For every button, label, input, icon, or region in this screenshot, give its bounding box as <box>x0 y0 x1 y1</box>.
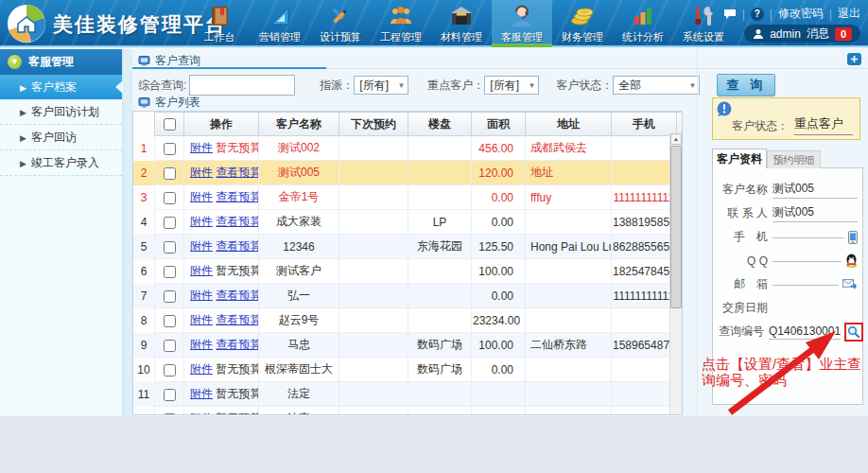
nav-item-4[interactable]: 工程管理 <box>371 0 431 47</box>
sidebar-item-1[interactable]: ▶客户档案 <box>0 75 122 99</box>
attachment-link[interactable]: 附件 <box>190 313 213 326</box>
row-checkbox[interactable] <box>164 217 176 229</box>
qq-icon[interactable] <box>845 254 858 268</box>
collapse-panel-icon[interactable] <box>847 53 861 65</box>
table-row[interactable]: 6附件 暂无预算测试客户100.0018254784512 <box>133 259 683 284</box>
panel-tab-1[interactable]: 客户资料 <box>712 149 767 168</box>
sidebar-item-2[interactable]: ▶客户回访计划 <box>0 99 122 125</box>
attachment-link[interactable]: 附件 <box>190 362 213 376</box>
message-bubble-icon[interactable] <box>723 9 737 20</box>
nav-item-label: 营销管理 <box>259 30 301 44</box>
phone-cell: 11111111111 <box>612 284 677 308</box>
view-budget-link[interactable]: 查看预算 <box>216 239 258 253</box>
attachment-link[interactable]: 附件 <box>190 190 213 203</box>
building-cell: 东海花园 <box>408 235 472 259</box>
table-row[interactable]: 11附件 暂无预算法定 <box>133 382 683 407</box>
tab-customer-query[interactable]: 客户查询 <box>138 53 200 69</box>
sidebar-title[interactable]: ▼ 客服管理 <box>0 49 122 75</box>
nav-item-2[interactable]: 营销管理 <box>250 0 310 47</box>
customer-name-cell: 弘一 <box>259 284 339 308</box>
area-cell: 120.00 <box>472 161 526 185</box>
assign-select[interactable]: [所有]▼ <box>354 76 408 95</box>
nav-item-6[interactable]: 客服管理 <box>492 0 552 47</box>
scroll-up-icon[interactable]: ▲ <box>670 133 682 145</box>
vip-select[interactable]: [所有]▼ <box>484 76 539 95</box>
column-header: 楼盘 <box>408 113 472 136</box>
table-row[interactable]: 4附件 查看预算成大家装LP0.0013881958587管理员 <box>133 210 683 235</box>
building-cell <box>408 136 472 161</box>
customer-name-cell: 赵云9号 <box>259 308 339 333</box>
row-checkbox[interactable] <box>164 290 176 303</box>
magnifier-icon[interactable] <box>844 323 863 342</box>
attachment-link[interactable]: 附件 <box>190 239 213 253</box>
attachment-link[interactable]: 附件 <box>190 141 213 154</box>
address-cell: 二仙桥东路 <box>526 333 612 358</box>
attachment-link[interactable]: 附件 <box>190 215 213 228</box>
row-checkbox[interactable] <box>164 389 176 401</box>
view-budget-link[interactable]: 查看预算 <box>216 215 258 228</box>
field-value: 测试005 <box>773 181 858 199</box>
bottom-bar <box>0 416 868 473</box>
nav-item-3[interactable]: 设计预算 <box>310 0 371 47</box>
sidebar-splitter[interactable] <box>123 49 132 416</box>
table-row[interactable]: 2附件 查看预算测试005120.00地址管理员 <box>133 161 683 185</box>
nav-item-8[interactable]: 统计分析 <box>613 0 673 47</box>
panel-tab-2[interactable]: 预约明细 <box>767 150 821 168</box>
attachment-link[interactable]: 附件 <box>190 338 213 351</box>
attachment-link[interactable]: 附件 <box>190 264 213 277</box>
row-checkbox[interactable] <box>164 315 176 327</box>
help-icon[interactable]: ? <box>751 8 764 21</box>
address-cell <box>526 308 612 333</box>
row-checkbox[interactable] <box>164 192 176 204</box>
phone-cell <box>612 308 677 333</box>
arrow-right-icon: ▶ <box>20 108 26 117</box>
view-budget-link[interactable]: 查看预算 <box>216 190 258 203</box>
change-password-link[interactable]: 修改密码 <box>778 6 824 22</box>
row-checkbox[interactable] <box>164 364 176 377</box>
select-all-checkbox[interactable] <box>164 118 176 131</box>
search-button[interactable]: 查 询 <box>717 74 775 96</box>
table-row[interactable]: 10附件 暂无预算根深蒂固士大数码广场0.00张老师 <box>133 358 683 382</box>
logout-link[interactable]: 退出 <box>838 6 860 22</box>
attachment-link[interactable]: 附件 <box>190 412 213 415</box>
address-cell <box>526 358 612 382</box>
mail-icon[interactable] <box>842 278 858 290</box>
attachment-link[interactable]: 附件 <box>190 166 213 179</box>
messages-link[interactable]: 消息 <box>807 26 829 42</box>
sidebar-item-3[interactable]: ▶客户回访 <box>0 125 122 150</box>
view-budget-link[interactable]: 查看预算 <box>216 338 258 351</box>
table-row[interactable]: 5附件 查看预算12346东海花园125.50Hong Pai Lou Lu86… <box>133 235 683 259</box>
row-number: 2 <box>133 161 155 185</box>
attachment-link[interactable]: 附件 <box>190 387 213 400</box>
scrollbar-thumb[interactable] <box>670 146 682 308</box>
vertical-scrollbar[interactable]: ▲ <box>669 133 682 414</box>
sidebar-item-4[interactable]: ▶竣工客户录入 <box>0 150 122 176</box>
view-budget-link[interactable]: 查看预算 <box>216 166 258 179</box>
message-count-badge[interactable]: 0 <box>835 27 852 41</box>
keyword-input[interactable] <box>189 75 295 96</box>
table-row[interactable]: 3附件 查看预算金帝1号0.00fffuy11111111111管理员 <box>133 185 683 210</box>
arrow-right-icon: ▶ <box>20 83 26 93</box>
nav-item-1[interactable]: 工作台 <box>189 0 250 47</box>
row-checkbox[interactable] <box>164 167 176 180</box>
annotation-text: 点击【设置/查看】业主查询编号、密码 <box>702 356 868 388</box>
row-checkbox[interactable] <box>164 241 176 254</box>
view-budget-link[interactable]: 查看预算 <box>216 313 258 326</box>
view-budget-link[interactable]: 查看预算 <box>216 289 258 302</box>
customer-name-cell: 测试002 <box>259 136 339 161</box>
row-checkbox[interactable] <box>164 413 176 415</box>
phone-icon[interactable] <box>848 231 858 244</box>
attachment-link[interactable]: 附件 <box>190 289 213 302</box>
nav-item-7[interactable]: 财务管理 <box>552 0 613 47</box>
table-row[interactable]: 7附件 查看预算弘一0.0011111111111 <box>133 284 683 308</box>
nav-item-5[interactable]: 材料管理 <box>431 0 492 47</box>
row-checkbox[interactable] <box>164 143 176 155</box>
table-row[interactable]: 8附件 查看预算赵云9号23234.00 <box>133 308 683 333</box>
table-row[interactable]: 1附件 暂无预算测试002456.00成都武侯去张老师 <box>133 136 683 161</box>
table-row[interactable]: 12附件 暂无预算法定 <box>133 407 683 416</box>
row-checkbox[interactable] <box>164 266 176 278</box>
table-row[interactable]: 9附件 查看预算马忠数码广场100.00二仙桥东路15896548754 <box>133 333 683 358</box>
status-select[interactable]: 全部▼ <box>613 76 700 95</box>
row-checkbox[interactable] <box>164 340 176 352</box>
column-header: 操作 <box>184 113 259 136</box>
